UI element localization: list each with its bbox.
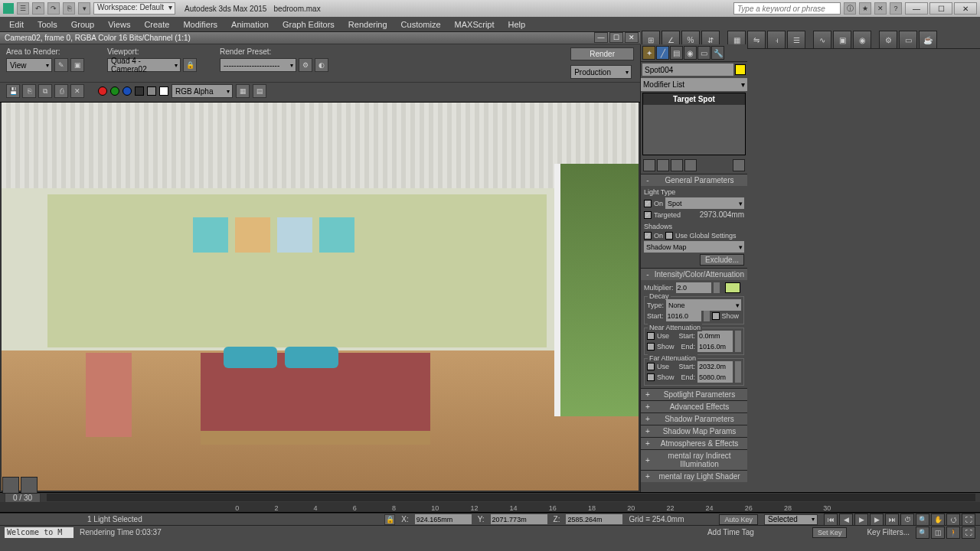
qat-open-icon[interactable]: ☰	[17, 2, 29, 15]
menu-maxscript[interactable]: MAXScript	[455, 20, 495, 29]
shadows-on-checkbox[interactable]: ✓	[644, 232, 652, 240]
menu-animation[interactable]: Animation	[231, 20, 269, 29]
nav-walk-icon[interactable]: 🚶	[946, 527, 960, 539]
render-preset-select[interactable]: ----------------------	[220, 58, 296, 72]
far-use-checkbox[interactable]	[647, 363, 655, 370]
menu-views[interactable]: Views	[108, 20, 130, 29]
viewport-select[interactable]: Quad 4 - Camera02	[107, 58, 181, 72]
pin-stack-icon[interactable]	[643, 159, 655, 171]
channel-mono-icon[interactable]	[147, 86, 156, 96]
rollout-advanced-effects[interactable]: +Advanced Effects	[641, 401, 747, 412]
tab-display-icon[interactable]: ▭	[697, 46, 710, 60]
show-end-result-icon[interactable]	[657, 159, 669, 171]
color-swatch-icon[interactable]	[159, 86, 168, 96]
toggle-overlay-icon[interactable]: ▦	[236, 84, 250, 98]
render-win-maximize[interactable]: ☐	[609, 32, 623, 43]
vp-layout-1-icon[interactable]	[2, 477, 19, 494]
tab-motion-icon[interactable]: ◉	[684, 46, 697, 60]
workspace-selector[interactable]: Workspace: Default	[93, 2, 175, 15]
shadow-type-select[interactable]: Shadow Map	[644, 241, 744, 253]
goto-start-icon[interactable]: ⏮	[824, 514, 838, 526]
near-end-input[interactable]: 1016.0m	[697, 341, 733, 352]
environment-icon[interactable]: ◐	[315, 58, 328, 72]
make-unique-icon[interactable]	[671, 159, 683, 171]
tab-create-icon[interactable]: ✦	[642, 46, 655, 60]
nav-maxtoggle-icon[interactable]: ⛶	[962, 527, 975, 539]
maximize-button[interactable]: ☐	[929, 2, 952, 15]
rollout-mr-light-shader[interactable]: +mental ray Light Shader	[641, 471, 747, 482]
render-setup-small-icon[interactable]: ⚙	[299, 58, 312, 72]
far-end-input[interactable]: 5080.0m	[697, 372, 733, 383]
rollout-header-intensity[interactable]: -Intensity/Color/Attenuation	[641, 269, 747, 280]
rollout-mr-indirect[interactable]: +mental ray Indirect Illumination	[641, 450, 747, 470]
multiplier-spinner[interactable]	[714, 282, 720, 293]
nav-max-icon[interactable]: ⛶	[962, 514, 975, 526]
light-on-checkbox[interactable]: ✓	[644, 200, 652, 207]
lock-icon[interactable]: 🔒	[384, 514, 395, 525]
material-editor-icon[interactable]: ◉	[853, 31, 871, 49]
coord-x[interactable]: 924.165mm	[415, 514, 472, 524]
rollout-shadow-params[interactable]: +Shadow Parameters	[641, 413, 747, 425]
near-start-input[interactable]: 0.0mm	[697, 331, 733, 341]
nav-orbit-icon[interactable]: ⭯	[946, 514, 960, 526]
infocenter-icon[interactable]: ⓘ	[844, 2, 856, 15]
object-color-swatch[interactable]	[735, 64, 746, 75]
rollout-spotlight-params[interactable]: +Spotlight Parameters	[641, 389, 747, 400]
menu-group[interactable]: Group	[71, 20, 95, 29]
next-frame-icon[interactable]: ▶	[870, 514, 884, 526]
far-show-checkbox[interactable]	[647, 373, 655, 381]
channel-green-icon[interactable]	[110, 86, 119, 96]
vp-layout-2-icon[interactable]	[21, 477, 38, 494]
qat-link-icon[interactable]: ⎘	[63, 2, 75, 15]
tab-modify-icon[interactable]: ╱	[656, 46, 669, 60]
qat-more-icon[interactable]: ▾	[78, 2, 90, 15]
toggle-ui-icon[interactable]: ▤	[253, 84, 266, 98]
modifier-list-select[interactable]: Modifier List	[641, 78, 747, 91]
render-win-close[interactable]: ✕	[625, 32, 639, 43]
tab-utilities-icon[interactable]: 🔧	[711, 46, 724, 60]
exchange-icon[interactable]: ✕	[874, 2, 887, 15]
channel-red-icon[interactable]	[98, 86, 107, 96]
menu-modifiers[interactable]: Modifiers	[183, 20, 217, 29]
qat-undo-icon[interactable]: ↶	[32, 2, 44, 15]
near-use-checkbox[interactable]	[647, 332, 655, 340]
signin-icon[interactable]: ★	[859, 2, 871, 15]
tab-hierarchy-icon[interactable]: ▤	[670, 46, 683, 60]
goto-end-icon[interactable]: ⏭	[885, 514, 899, 526]
help-search-input[interactable]	[733, 2, 841, 15]
nav-zoomext-icon[interactable]: 🔍	[916, 527, 929, 539]
save-image-icon[interactable]: 💾	[6, 84, 20, 98]
modifier-stack-item[interactable]: Target Spot	[643, 93, 745, 105]
use-global-checkbox[interactable]	[665, 232, 673, 240]
multiplier-input[interactable]: 2.0	[676, 282, 711, 293]
render-win-minimize[interactable]: —	[594, 32, 608, 43]
print-image-icon[interactable]: ⎙	[54, 84, 68, 98]
help-icon[interactable]: ?	[890, 2, 902, 15]
area-to-render-select[interactable]: View	[6, 58, 52, 72]
area-region-icon[interactable]: ▣	[70, 58, 84, 72]
light-color-swatch[interactable]	[725, 282, 740, 293]
object-name-field[interactable]: Spot004	[642, 64, 733, 76]
decay-start-input[interactable]: 1016.0	[666, 311, 701, 321]
autokey-button[interactable]: Auto Key	[719, 514, 758, 525]
setkey-button[interactable]: Set Key	[812, 527, 848, 538]
play-icon[interactable]: ▶	[854, 514, 868, 526]
nav-fov-icon[interactable]: ◫	[931, 527, 945, 539]
align-icon[interactable]: ⫞	[767, 31, 786, 49]
curve-editor-icon[interactable]: ∿	[813, 31, 831, 49]
viewport-lock-icon[interactable]: 🔒	[183, 58, 197, 72]
render-button[interactable]: Render	[570, 47, 634, 60]
prev-frame-icon[interactable]: ◀	[839, 514, 853, 526]
maxscript-listener[interactable]: Welcome to M	[5, 527, 74, 538]
layers-icon[interactable]: ☰	[787, 31, 805, 49]
rollout-header-general[interactable]: -General Parameters	[641, 174, 747, 186]
menu-graph-editors[interactable]: Graph Editors	[283, 20, 335, 29]
minimize-button[interactable]: —	[905, 2, 928, 15]
add-time-tag[interactable]: Add Time Tag	[707, 528, 754, 536]
key-filters-button[interactable]: Key Filters...	[867, 528, 910, 536]
configure-sets-icon[interactable]	[733, 159, 745, 171]
area-edit-icon[interactable]: ✎	[54, 58, 68, 72]
menu-customize[interactable]: Customize	[401, 20, 441, 29]
keymode-select[interactable]: Selected	[764, 514, 818, 525]
menu-help[interactable]: Help	[508, 20, 526, 29]
